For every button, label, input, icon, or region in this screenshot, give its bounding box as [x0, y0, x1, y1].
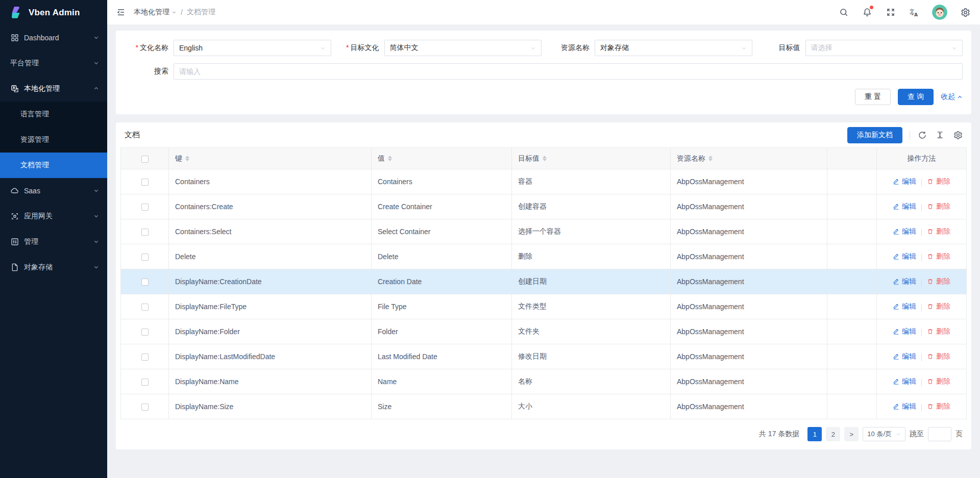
target-culture-field: *目标文化 简体中文: [335, 40, 542, 56]
delete-label: 删除: [936, 177, 950, 186]
cell-resource: AbpOssManagement: [671, 244, 827, 269]
chevron-down-icon: [896, 432, 901, 437]
pencil-icon: [893, 278, 899, 285]
edit-button[interactable]: 编辑: [893, 202, 916, 211]
page-size-value: 10 条/页: [867, 430, 892, 439]
user-avatar[interactable]: [932, 5, 947, 20]
column-header-target[interactable]: 目标值: [512, 148, 671, 169]
add-document-button[interactable]: 添加新文档: [847, 127, 902, 143]
sidebar-item-localization[interactable]: 本地化管理: [0, 76, 107, 102]
logo[interactable]: Vben Admin: [0, 0, 107, 25]
cell-value: File Type: [372, 294, 512, 319]
delete-button[interactable]: 删除: [927, 252, 950, 261]
notification-bell-icon[interactable]: [862, 7, 873, 18]
sidebar-item-label: 应用网关: [24, 212, 88, 221]
row-checkbox[interactable]: [141, 304, 149, 311]
cell-actions: 编辑 删除: [877, 169, 967, 194]
cell-key: Containers:Create: [169, 194, 372, 219]
reset-button[interactable]: 重 置: [855, 89, 891, 105]
page-button-1[interactable]: 1: [807, 427, 822, 441]
breadcrumb-parent[interactable]: 本地化管理: [134, 8, 177, 17]
target-culture-select[interactable]: 简体中文: [384, 40, 542, 56]
edit-button[interactable]: 编辑: [893, 302, 916, 311]
row-checkbox[interactable]: [141, 179, 149, 186]
edit-button[interactable]: 编辑: [893, 327, 916, 336]
delete-button[interactable]: 删除: [927, 352, 950, 361]
delete-button[interactable]: 删除: [927, 327, 950, 336]
chevron-down-icon: [172, 10, 177, 15]
delete-button[interactable]: 删除: [927, 202, 950, 211]
target-value-select[interactable]: 请选择: [805, 40, 963, 56]
sidebar-item-gateway[interactable]: 应用网关: [0, 204, 107, 229]
culture-name-select[interactable]: English: [174, 40, 331, 56]
collapse-filter-link[interactable]: 收起: [941, 92, 963, 102]
delete-button[interactable]: 删除: [927, 277, 950, 286]
query-button[interactable]: 查 询: [898, 89, 934, 105]
search-input[interactable]: [174, 63, 963, 80]
row-checkbox[interactable]: [141, 354, 149, 361]
sidebar-item-object-storage[interactable]: 对象存储: [0, 255, 107, 280]
column-header-key[interactable]: 键: [169, 148, 372, 169]
sidebar-item-platform[interactable]: 平台管理: [0, 51, 107, 76]
refresh-icon[interactable]: [917, 130, 927, 140]
sort-icon[interactable]: [388, 156, 392, 161]
edit-button[interactable]: 编辑: [893, 177, 916, 186]
delete-button[interactable]: 删除: [927, 177, 950, 186]
cell-actions: 编辑 删除: [877, 319, 967, 344]
page-button-2[interactable]: 2: [826, 427, 840, 441]
edit-button[interactable]: 编辑: [893, 402, 916, 411]
delete-button[interactable]: 删除: [927, 227, 950, 236]
sidebar-item-label: 平台管理: [10, 59, 88, 68]
edit-button[interactable]: 编辑: [893, 252, 916, 261]
jump-page-input[interactable]: [928, 427, 951, 441]
next-page-button[interactable]: >: [844, 427, 859, 441]
delete-label: 删除: [936, 327, 950, 336]
settings-gear-icon[interactable]: [960, 7, 971, 18]
cell-actions: 编辑 删除: [877, 294, 967, 319]
sort-icon[interactable]: [185, 156, 189, 161]
sidebar-item-resource-management[interactable]: 资源管理: [0, 127, 107, 153]
delete-button[interactable]: 删除: [927, 377, 950, 386]
sidebar-item-document-management[interactable]: 文档管理: [0, 153, 107, 178]
row-checkbox[interactable]: [141, 379, 149, 386]
row-height-icon[interactable]: [935, 130, 945, 140]
cell-resource: AbpOssManagement: [671, 394, 827, 419]
row-checkbox[interactable]: [141, 329, 149, 336]
select-all-checkbox[interactable]: [141, 156, 149, 163]
column-header-value[interactable]: 值: [372, 148, 512, 169]
sort-icon[interactable]: [708, 156, 713, 161]
sidebar-item-dashboard[interactable]: Dashboard: [0, 25, 107, 51]
edit-button[interactable]: 编辑: [893, 377, 916, 386]
pencil-icon: [893, 378, 899, 385]
row-checkbox[interactable]: [141, 254, 149, 261]
field-label: 目标值: [756, 43, 805, 53]
pagination: 共 17 条数据 1 2 > 10 条/页 跳至 页: [120, 419, 967, 444]
select-placeholder: 请选择: [811, 43, 952, 53]
row-checkbox[interactable]: [141, 404, 149, 411]
search-icon[interactable]: [838, 7, 849, 18]
resource-name-select[interactable]: 对象存储: [595, 40, 752, 56]
collapse-sidebar-icon[interactable]: [116, 8, 126, 17]
sidebar-item-management[interactable]: 管理: [0, 229, 107, 255]
translate-icon[interactable]: 文A: [909, 7, 920, 18]
row-checkbox[interactable]: [141, 279, 149, 286]
delete-button[interactable]: 删除: [927, 402, 950, 411]
sidebar-item-language-management[interactable]: 语言管理: [0, 102, 107, 127]
edit-button[interactable]: 编辑: [893, 227, 916, 236]
cloud-icon: [10, 187, 19, 195]
column-settings-gear-icon[interactable]: [953, 130, 963, 140]
column-header-empty: [827, 148, 877, 169]
edit-button[interactable]: 编辑: [893, 352, 916, 361]
edit-button[interactable]: 编辑: [893, 277, 916, 286]
delete-button[interactable]: 删除: [927, 302, 950, 311]
row-checkbox[interactable]: [141, 204, 149, 211]
table-row: Containers:Create Create Container 创建容器 …: [121, 194, 967, 219]
column-header-resource[interactable]: 资源名称: [671, 148, 827, 169]
cell-target: 删除: [512, 244, 671, 269]
table-header-row: 键 值 目标值 资源名称 操作方法: [121, 148, 967, 169]
sort-icon[interactable]: [543, 156, 547, 161]
row-checkbox[interactable]: [141, 229, 149, 236]
sidebar-item-saas[interactable]: Saas: [0, 178, 107, 204]
page-size-select[interactable]: 10 条/页: [863, 427, 905, 441]
fullscreen-icon[interactable]: [885, 7, 896, 18]
